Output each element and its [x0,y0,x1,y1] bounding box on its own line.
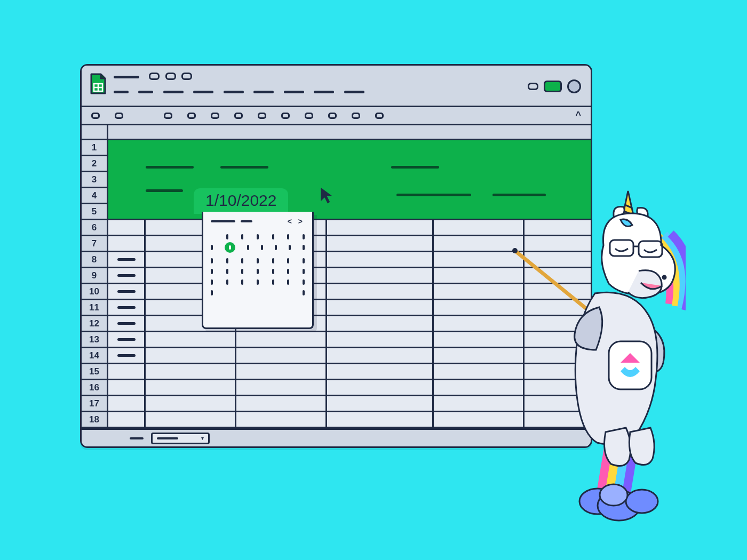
cell[interactable] [108,332,146,347]
cell[interactable] [236,380,327,395]
datepicker-day[interactable] [241,269,243,274]
cell[interactable] [327,380,434,395]
row-header[interactable]: 4 [82,188,107,204]
cell[interactable] [236,332,327,347]
share-button[interactable] [544,81,562,92]
datepicker-day[interactable] [287,258,289,263]
datepicker-day[interactable] [303,234,305,239]
cell[interactable] [108,412,146,427]
datepicker-grid[interactable] [203,234,312,295]
select-all-corner[interactable] [82,125,108,140]
datepicker-day[interactable] [261,245,263,250]
cell[interactable] [236,396,327,411]
toolbar-button[interactable] [352,113,360,119]
row-header[interactable]: 7 [82,236,107,252]
row-header[interactable]: 11 [82,300,107,316]
datepicker-day[interactable] [272,269,274,274]
row-header[interactable]: 8 [82,252,107,268]
cell[interactable] [146,396,236,411]
toolbar-button[interactable] [115,113,123,119]
datepicker-nav[interactable]: < > [288,217,305,226]
cell[interactable] [327,220,434,235]
toolbar-button[interactable] [164,113,172,119]
column-headers[interactable] [108,125,591,140]
cell[interactable] [108,220,146,235]
row-header[interactable]: 12 [82,316,107,332]
datepicker-day[interactable] [303,245,305,250]
cell[interactable] [327,284,434,299]
cell[interactable] [327,252,434,267]
cell[interactable] [236,364,327,379]
datepicker-day[interactable] [241,258,243,263]
datepicker-day[interactable] [272,279,274,285]
datepicker-day[interactable] [287,279,289,285]
cell[interactable] [327,412,434,427]
row-header[interactable]: 1 [82,140,107,156]
cell[interactable] [327,300,434,315]
row-header[interactable]: 16 [82,380,107,396]
datepicker-selected-day[interactable] [225,242,235,253]
datepicker-day[interactable] [211,290,213,295]
cell[interactable] [327,396,434,411]
toolbar-button[interactable] [234,113,243,119]
datepicker-day[interactable] [272,234,274,239]
history-icon[interactable] [528,83,538,90]
toolbar-button[interactable] [187,113,196,119]
cell[interactable] [108,252,146,267]
cell[interactable] [327,268,434,283]
row-header[interactable]: 15 [82,364,107,380]
row-header[interactable]: 5 [82,204,107,220]
datepicker-day[interactable] [272,258,274,263]
datepicker-day[interactable] [303,290,305,295]
cell[interactable] [327,316,434,331]
toolbar-button[interactable] [328,113,337,119]
toolbar-button[interactable] [211,113,219,119]
cell[interactable] [236,412,327,427]
datepicker-day[interactable] [289,245,291,250]
datepicker-day[interactable] [257,234,259,239]
cell[interactable] [327,332,434,347]
datepicker-day[interactable] [226,258,228,263]
datepicker-day[interactable] [303,258,305,263]
cell[interactable] [108,236,146,251]
datepicker-day[interactable] [226,234,228,239]
cell[interactable] [146,332,236,347]
account-avatar[interactable] [567,79,581,93]
datepicker-day[interactable] [226,269,228,274]
row-header[interactable]: 17 [82,396,107,412]
datepicker-day[interactable] [257,258,259,263]
datepicker-day[interactable] [247,245,249,250]
datepicker-day[interactable] [275,245,277,250]
date-picker[interactable]: < > [202,212,314,329]
row-header[interactable]: 6 [82,220,107,236]
datepicker-day[interactable] [211,279,213,285]
datepicker-day[interactable] [226,279,228,285]
row-header[interactable]: 10 [82,284,107,300]
sheet-tab-menu-icon[interactable]: ▾ [201,435,204,441]
datepicker-day[interactable] [287,234,289,239]
cell[interactable] [108,364,146,379]
toolbar-button[interactable] [375,113,384,119]
cell[interactable] [108,284,146,299]
cell[interactable] [108,380,146,395]
datepicker-day[interactable] [211,245,213,250]
cell[interactable] [146,380,236,395]
cell[interactable] [327,364,434,379]
datepicker-day[interactable] [303,279,305,285]
collapse-toolbar-icon[interactable]: ^ [575,110,581,121]
date-input[interactable]: 1/10/2022 [194,188,288,214]
row-header[interactable]: 13 [82,332,107,348]
row-header[interactable]: 3 [82,172,107,188]
cell[interactable] [327,348,434,363]
toolbar-button[interactable] [305,113,313,119]
datepicker-day[interactable] [211,258,213,263]
row-header[interactable]: 2 [82,156,107,172]
datepicker-day[interactable] [257,269,259,274]
row-header[interactable]: 9 [82,268,107,284]
cell[interactable] [236,348,327,363]
toolbar-button[interactable] [258,113,266,119]
datepicker-day[interactable] [257,279,259,285]
cell[interactable] [146,348,236,363]
toolbar-button[interactable] [281,113,290,119]
cell[interactable] [146,412,236,427]
